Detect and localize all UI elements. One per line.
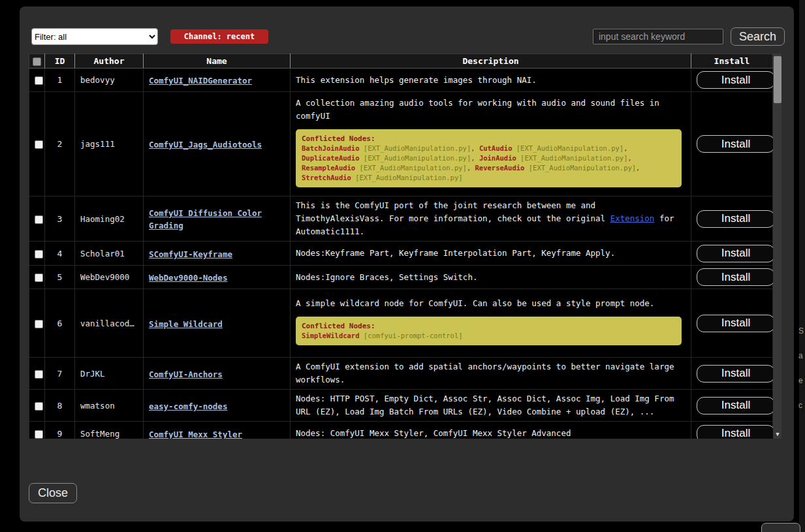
description-text: This extension helps generate images thr… bbox=[296, 74, 686, 87]
table-row: 6vanillacode314Simple WildcardA simple w… bbox=[29, 289, 773, 358]
description-text: This is the ComfyUI port of the joint re… bbox=[296, 199, 686, 238]
row-checkbox[interactable] bbox=[35, 274, 43, 282]
row-checkbox[interactable] bbox=[35, 76, 43, 85]
conflict-node-ref: [EXT_AudioManipulation.py] bbox=[360, 164, 467, 172]
conflict-node-ref: [EXT_AudioManipulation.py] bbox=[529, 164, 636, 172]
install-button[interactable]: Install bbox=[697, 135, 775, 153]
row-id: 9 bbox=[45, 422, 75, 439]
row-install-cell: Install bbox=[691, 196, 773, 242]
install-button[interactable]: Install bbox=[697, 268, 775, 286]
row-author: wmatson bbox=[75, 390, 144, 422]
install-button[interactable]: Install bbox=[697, 245, 775, 262]
row-install-cell: Install bbox=[691, 69, 773, 92]
row-install-cell: Install bbox=[691, 390, 773, 422]
install-button[interactable]: Install bbox=[697, 71, 775, 89]
install-button[interactable]: Install bbox=[697, 210, 775, 228]
search-input[interactable] bbox=[593, 29, 723, 44]
row-author: Haoming02 bbox=[75, 196, 144, 242]
row-checkbox[interactable] bbox=[35, 215, 43, 224]
header-id: ID bbox=[45, 54, 75, 69]
description-link[interactable]: Extension bbox=[610, 213, 655, 223]
channel-badge[interactable]: Channel: recent bbox=[170, 29, 268, 44]
extension-name-link[interactable]: Simple Wildcard bbox=[149, 319, 223, 329]
conflict-node-name: ResampleAudio bbox=[302, 164, 355, 172]
search-button[interactable]: Search bbox=[731, 27, 785, 46]
conflict-node-name: SimpleWildcard bbox=[302, 332, 360, 339]
row-id: 7 bbox=[45, 358, 75, 390]
extension-name-link[interactable]: ComfyUI_NAIDGenerator bbox=[149, 76, 252, 86]
row-checkbox[interactable] bbox=[35, 370, 43, 379]
row-author: vanillacode314 bbox=[75, 289, 144, 358]
extension-name-link[interactable]: easy-comfy-nodes bbox=[149, 401, 227, 411]
row-select-cell bbox=[29, 422, 45, 439]
row-id: 3 bbox=[45, 196, 75, 242]
row-select-cell bbox=[29, 390, 45, 422]
row-id: 8 bbox=[45, 390, 75, 422]
table-scrollbar[interactable]: ▼ bbox=[773, 54, 781, 439]
row-description-cell: Nodes:Ignore Braces, Settings Switch. bbox=[291, 266, 691, 289]
description-text: A collection amazing audio tools for wor… bbox=[296, 97, 686, 123]
conflict-node-ref: [comfyui-prompt-control] bbox=[364, 332, 463, 339]
extension-name-link[interactable]: ComfyUI_Jags_Audiotools bbox=[149, 140, 262, 149]
row-id: 4 bbox=[45, 242, 75, 266]
row-description-cell: A ComfyUI extension to add spatial ancho… bbox=[291, 358, 691, 390]
extension-name-link[interactable]: ComfyUI_Mexx_Styler bbox=[149, 430, 242, 439]
description-text: Nodes:Ignore Braces, Settings Switch. bbox=[296, 271, 686, 284]
dialog-toolbar: Filter: all Channel: recent Search bbox=[29, 27, 785, 46]
install-button[interactable]: Install bbox=[697, 397, 775, 415]
table-row: 7DrJKLComfyUI-AnchorsA ComfyUI extension… bbox=[29, 358, 773, 390]
extension-name-link[interactable]: ComfyUI Diffusion Color Grading bbox=[149, 208, 262, 230]
select-all-checkbox[interactable] bbox=[33, 57, 41, 66]
close-button[interactable]: Close bbox=[29, 483, 77, 503]
row-checkbox[interactable] bbox=[35, 320, 43, 328]
row-name-cell: ComfyUI_Jags_Audiotools bbox=[144, 92, 291, 196]
install-button[interactable]: Install bbox=[697, 365, 775, 383]
conflicted-nodes-title: Conflicted Nodes: bbox=[302, 322, 375, 330]
row-name-cell: Simple Wildcard bbox=[144, 289, 291, 358]
description-text: Nodes:Keyframe Part, Keyframe Interpolat… bbox=[296, 247, 686, 260]
conflict-node-ref: [EXT_AudioManipulation.py] bbox=[364, 144, 471, 152]
row-name-cell: WebDev9000-Nodes bbox=[144, 266, 291, 289]
row-name-cell: ComfyUI_Mexx_Styler bbox=[144, 422, 291, 439]
header-select-all bbox=[29, 54, 45, 69]
conflict-node-name: BatchJoinAudio bbox=[302, 144, 360, 152]
row-select-cell bbox=[29, 69, 45, 92]
row-name-cell: SComfyUI-Keyframe bbox=[144, 242, 291, 266]
extension-name-link[interactable]: SComfyUI-Keyframe bbox=[149, 249, 232, 259]
occluded-background-strip bbox=[799, 0, 805, 532]
scrollbar-down-arrow-icon[interactable]: ▼ bbox=[773, 430, 781, 438]
table-header-row: ID Author Name Description Install bbox=[29, 54, 773, 69]
conflict-node-ref: [EXT_AudioManipulation.py] bbox=[355, 174, 462, 181]
row-author: SoftMeng bbox=[75, 422, 144, 439]
description-text: A ComfyUI extension to add spatial ancho… bbox=[296, 360, 686, 386]
table-scrollbar-thumb[interactable] bbox=[774, 56, 781, 103]
row-checkbox[interactable] bbox=[35, 402, 43, 411]
table-row: 8wmatsoneasy-comfy-nodesNodes: HTTP POST… bbox=[29, 390, 773, 422]
row-checkbox[interactable] bbox=[35, 430, 43, 439]
row-author: jags111 bbox=[75, 92, 144, 196]
background-text-fragment: a bbox=[798, 351, 805, 361]
row-checkbox[interactable] bbox=[35, 140, 43, 149]
extension-name-link[interactable]: ComfyUI-Anchors bbox=[149, 369, 223, 379]
header-name: Name bbox=[144, 54, 291, 69]
table-row: 9SoftMengComfyUI_Mexx_StylerNodes: Comfy… bbox=[29, 422, 773, 439]
extension-name-link[interactable]: WebDev9000-Nodes bbox=[149, 273, 227, 283]
row-author: WebDev9000 bbox=[75, 266, 144, 289]
row-id: 5 bbox=[45, 266, 75, 289]
conflict-node-name: JoinAudio bbox=[479, 154, 516, 162]
install-button[interactable]: Install bbox=[697, 315, 775, 332]
filter-select[interactable]: Filter: all bbox=[31, 28, 158, 45]
row-name-cell: ComfyUI_NAIDGenerator bbox=[144, 69, 291, 92]
row-description-cell: Nodes: ComfyUI Mexx Styler, ComfyUI Mexx… bbox=[291, 422, 691, 439]
row-install-cell: Install bbox=[691, 242, 773, 266]
conflict-node-ref: [EXT_AudioManipulation.py] bbox=[364, 154, 471, 162]
row-name-cell: ComfyUI Diffusion Color Grading bbox=[144, 196, 291, 242]
install-custom-nodes-dialog: Filter: all Channel: recent Search ID Au… bbox=[20, 7, 794, 522]
background-text-fragment: c bbox=[798, 401, 805, 411]
conflict-node-ref: [EXT_AudioManipulation.py] bbox=[520, 154, 627, 162]
row-install-cell: Install bbox=[691, 289, 773, 358]
conflicted-nodes-title: Conflicted Nodes: bbox=[302, 134, 375, 143]
row-name-cell: ComfyUI-Anchors bbox=[144, 358, 291, 390]
row-checkbox[interactable] bbox=[35, 250, 43, 258]
install-button[interactable]: Install bbox=[697, 425, 775, 439]
